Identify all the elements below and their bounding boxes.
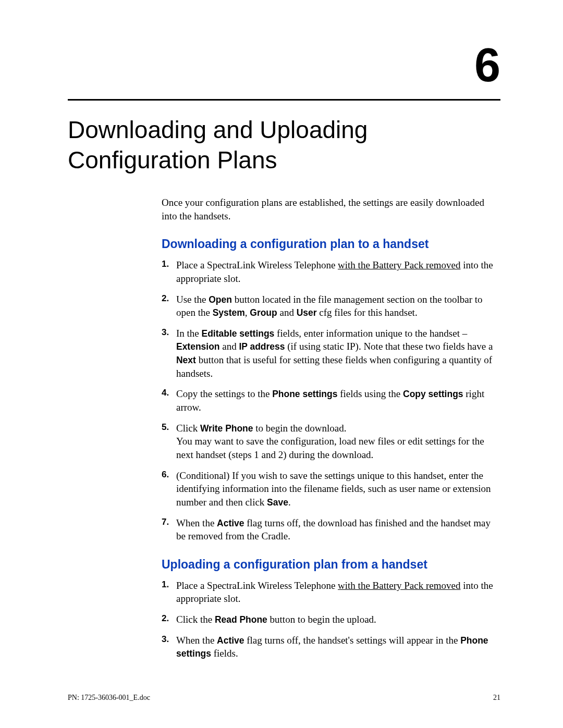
bold-term: Active	[217, 518, 244, 528]
list-item: Click Write Phone to begin the download.…	[162, 422, 500, 462]
bold-term: User	[297, 307, 317, 318]
bold-term: Group	[250, 307, 277, 318]
bold-term: Copy settings	[403, 389, 463, 399]
bold-term: Extension	[176, 341, 219, 352]
list-item: (Conditional) If you wish to save the se…	[162, 469, 500, 509]
step-text: to begin the download.	[253, 423, 347, 434]
chapter-title: Downloading and Uploading Configuration …	[68, 115, 500, 175]
list-item: When the Active flag turns off, the hand…	[162, 634, 500, 660]
step-text: fields using the	[337, 388, 403, 399]
step-text: and	[277, 307, 297, 318]
bold-term: Editable settings	[202, 328, 275, 339]
step-text: flag turns off, the handset's settings w…	[244, 635, 461, 646]
footer-doc-id: PN: 1725-36036-001_E.doc	[68, 694, 150, 702]
step-text: Copy the settings to the	[176, 388, 272, 399]
step-text: Click the	[176, 614, 215, 625]
step-text: fields, enter information unique to the …	[274, 328, 467, 339]
step-text: Click	[176, 423, 200, 434]
step-text: button that is useful for setting these …	[176, 354, 492, 379]
document-page: 6 Downloading and Uploading Configuratio…	[0, 0, 563, 728]
footer-page-number: 21	[493, 694, 500, 702]
bold-term: Active	[217, 635, 244, 646]
bold-term: IP address	[239, 341, 285, 352]
bold-term: Save	[267, 497, 288, 508]
list-item: Place a SpectraLink Wireless Telephone w…	[162, 258, 500, 285]
list-item: Click the Read Phone button to begin the…	[162, 613, 500, 626]
page-footer: PN: 1725-36036-001_E.doc 21	[68, 694, 500, 702]
chapter-number: 6	[68, 42, 500, 89]
step-text: Use the	[176, 294, 209, 305]
list-item: Use the Open button located in the file …	[162, 293, 500, 319]
title-divider	[68, 99, 500, 101]
step-text: button to begin the upload.	[267, 614, 376, 625]
step-text: In the	[176, 328, 202, 339]
step-text: Place a SpectraLink Wireless Telephone	[176, 260, 338, 270]
step-text: .	[288, 497, 291, 508]
section-heading-download: Downloading a configuration plan to a ha…	[162, 237, 500, 251]
bold-term: Write Phone	[200, 423, 253, 434]
bold-term: Phone settings	[272, 389, 337, 399]
bold-term: System	[213, 307, 245, 318]
bold-term: Read Phone	[215, 614, 267, 625]
bold-term: Open	[209, 294, 232, 305]
step-text: When the	[176, 517, 217, 528]
section-heading-upload: Uploading a configuration plan from a ha…	[162, 558, 500, 572]
bold-term: Next	[176, 355, 196, 365]
step-text: fields.	[211, 648, 238, 659]
list-item: When the Active flag turns off, the down…	[162, 516, 500, 543]
body-content: Once your configuration plans are establ…	[162, 196, 500, 660]
list-item: Place a SpectraLink Wireless Telephone w…	[162, 579, 500, 606]
list-item: Copy the settings to the Phone settings …	[162, 387, 500, 414]
step-text: ,	[245, 307, 250, 318]
step-text: (Conditional) If you wish to save the se…	[176, 470, 491, 508]
step-text: (if using static IP). Note that these tw…	[285, 341, 493, 352]
step-text: Place a SpectraLink Wireless Telephone	[176, 580, 338, 591]
step-text: and	[219, 341, 239, 352]
download-steps: Place a SpectraLink Wireless Telephone w…	[162, 258, 500, 543]
upload-steps: Place a SpectraLink Wireless Telephone w…	[162, 579, 500, 660]
step-text: When the	[176, 635, 217, 646]
step-text: cfg files for this handset.	[317, 307, 418, 318]
step-text: You may want to save the configuration, …	[176, 436, 484, 460]
underlined-text: with the Battery Pack removed	[338, 260, 460, 270]
underlined-text: with the Battery Pack removed	[338, 580, 460, 591]
list-item: In the Editable settings fields, enter i…	[162, 327, 500, 380]
intro-paragraph: Once your configuration plans are establ…	[162, 196, 500, 223]
